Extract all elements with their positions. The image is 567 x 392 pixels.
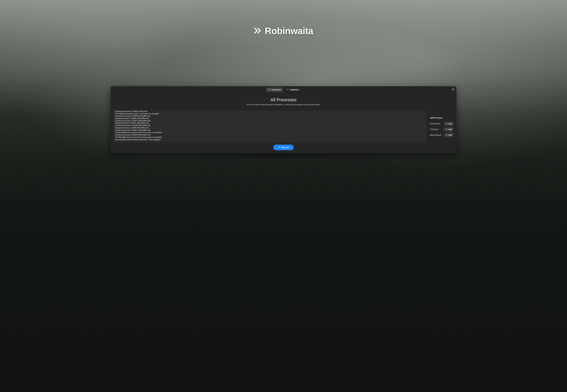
log-line: Continued process 124821 (MixedBound) xyxy=(115,129,425,131)
log-line: The IOBound process took 11 seconds to c… xyxy=(115,113,425,115)
background-trees xyxy=(0,0,567,392)
log-line: The MixedBound process took 25 seconds t… xyxy=(115,131,425,134)
hero-banner: Robinwaita xyxy=(0,26,567,36)
content-area: The IOBound process took 13 seconds to c… xyxy=(111,106,456,142)
tab-scheduler-label: Scheduler xyxy=(271,89,281,91)
main-window: Scheduler Statistics All Processes Run t… xyxy=(111,86,456,153)
add-label-cpu: CPU-Bound xyxy=(430,123,440,125)
add-mixed-button[interactable]: Add xyxy=(444,133,454,137)
add-row-cpu: CPU-Bound Add xyxy=(430,122,454,126)
double-chevron-icon xyxy=(254,27,262,35)
run-all-label: Run All xyxy=(281,146,289,149)
gauge-icon xyxy=(287,88,289,91)
tab-scheduler[interactable]: Scheduler xyxy=(266,87,283,92)
log-lines: The IOBound process took 13 seconds to c… xyxy=(115,111,425,141)
add-process-heading: Add Process xyxy=(430,117,454,119)
svg-line-2 xyxy=(288,89,288,90)
plus-icon xyxy=(446,123,447,125)
add-io-button-label: Add xyxy=(448,128,452,130)
page-subtitle: Run the round-robin process scheduler, o… xyxy=(111,103,456,106)
add-cpu-button-label: Add xyxy=(448,123,452,125)
close-button[interactable] xyxy=(451,88,455,91)
log-line: Continued process 124838 (MixedBound) xyxy=(115,124,425,127)
app-title: Robinwaita xyxy=(265,26,313,36)
log-line: Continued process 124838 (MixedBound) xyxy=(115,134,425,136)
log-line: Stopped process 124838 (MixedBound) xyxy=(115,127,425,129)
log-line: Stopped process 124838 (MixedBound) xyxy=(115,117,425,120)
add-process-panel: Add Process CPU-Bound Add IO-Bound Add xyxy=(430,111,454,142)
tab-bar: Scheduler Statistics xyxy=(111,86,456,93)
log-line: All processes have finished executing. T… xyxy=(115,139,425,141)
monitor-icon xyxy=(268,88,270,91)
add-io-button[interactable]: Add xyxy=(444,127,454,132)
log-line: Continued process 124821 (MixedBound) xyxy=(115,120,425,122)
add-label-mixed: Mixed-Bound xyxy=(430,134,441,136)
svg-rect-0 xyxy=(268,89,270,90)
plus-icon xyxy=(446,128,447,131)
log-line: Continued process 124838 (MixedBound) xyxy=(115,115,425,117)
run-row: Run All xyxy=(111,145,456,150)
page-title: All Processes xyxy=(111,98,456,102)
log-line: The MixedBound process took 19 seconds t… xyxy=(115,136,425,139)
add-row-io: IO-Bound Add xyxy=(430,127,454,132)
log-panel[interactable]: The IOBound process took 13 seconds to c… xyxy=(113,111,427,142)
play-icon xyxy=(278,146,280,149)
log-line: Continued process 124834 (IOBound) xyxy=(115,111,425,112)
close-icon xyxy=(452,89,454,91)
run-all-button[interactable]: Run All xyxy=(273,145,294,150)
tab-statistics-label: Statistics xyxy=(290,89,299,91)
plus-icon xyxy=(446,134,447,136)
svg-marker-11 xyxy=(279,146,280,148)
log-line: Stopped process 124821 (MixedBound) xyxy=(115,122,425,124)
tab-statistics[interactable]: Statistics xyxy=(285,87,301,92)
add-cpu-button[interactable]: Add xyxy=(444,122,454,126)
add-label-io: IO-Bound xyxy=(430,128,438,131)
add-mixed-button-label: Add xyxy=(448,134,452,136)
add-row-mixed: Mixed-Bound Add xyxy=(430,133,454,137)
